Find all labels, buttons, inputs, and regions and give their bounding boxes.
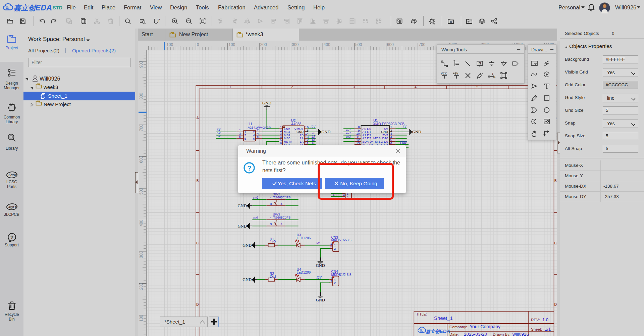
svg-text:12V: 12V (316, 276, 322, 279)
svg-text:1: 1 (270, 216, 272, 220)
svg-text:1/1: 1/1 (545, 327, 551, 332)
svg-text:4: 4 (281, 222, 282, 226)
svg-text:300: 300 (292, 42, 299, 47)
svg-text:6: 6 (257, 135, 259, 138)
svg-text:2: 2 (281, 216, 282, 220)
svg-text:TITLE:: TITLE: (416, 312, 427, 316)
svg-text:2: 2 (334, 247, 336, 250)
svg-text:400: 400 (139, 220, 144, 226)
svg-text:1.0: 1.0 (542, 317, 548, 322)
svg-text:Drawn By:: Drawn By: (493, 332, 511, 336)
svg-text:?: ? (10, 234, 13, 240)
svg-text:700: 700 (419, 42, 425, 47)
svg-text:600: 600 (139, 156, 144, 163)
svg-text:D: D (554, 302, 557, 306)
svg-text:A2541WV-2X3P: A2541WV-2X3P (248, 126, 271, 129)
svg-text:2: 2 (330, 279, 332, 283)
svg-text:Your Company: Your Company (470, 324, 500, 329)
svg-text:4: 4 (281, 202, 282, 206)
svg-text:LED1206: LED1206 (297, 236, 311, 240)
svg-text:1: 1 (270, 196, 272, 200)
svg-text:XIAO ESP32C3 PCB: XIAO ESP32C3 PCB (373, 122, 405, 126)
svg-text:1kΩ: 1kΩ (270, 240, 276, 244)
svg-text:Company:: Company: (449, 325, 467, 329)
svg-text:B: B (450, 20, 452, 23)
svg-text:3: 3 (270, 202, 272, 206)
svg-text:6: 6 (253, 137, 255, 140)
svg-text:A: A (196, 116, 199, 120)
svg-text:2: 2 (334, 281, 336, 285)
svg-text:3: 3 (353, 85, 355, 89)
svg-text:12V: 12V (310, 125, 316, 129)
svg-text:GND: GND (412, 130, 421, 134)
svg-text:A4988: A4988 (291, 122, 302, 126)
svg-text:Date:: Date: (449, 332, 459, 336)
svg-text:D: D (196, 302, 199, 306)
svg-text:REV:: REV: (531, 318, 540, 322)
svg-text:100: 100 (139, 315, 144, 322)
svg-text:200: 200 (139, 283, 144, 290)
svg-text:J@LC: J@LC (8, 205, 17, 209)
svg-text:1: 1 (492, 72, 493, 76)
svg-text:will0926: will0926 (512, 332, 529, 336)
svg-text:GND: GND (316, 298, 325, 302)
svg-text:2025-03-20: 2025-03-20 (464, 332, 487, 336)
svg-text:C: C (196, 241, 199, 245)
svg-text:2kΩ: 2kΩ (270, 275, 276, 278)
svg-text:?: ? (158, 18, 160, 22)
svg-text:GND: GND (243, 277, 252, 282)
svg-text:4: 4 (415, 85, 417, 89)
svg-text:5V: 5V (217, 135, 221, 138)
svg-text:2: 2 (330, 245, 332, 249)
svg-text:LCSC: LCSC (8, 173, 17, 177)
svg-text:sw3: sw3 (253, 216, 258, 220)
svg-text:N: N (479, 61, 481, 65)
svg-text:5: 5 (476, 85, 478, 89)
svg-text:STEP: STEP (400, 141, 407, 144)
svg-text:U1: U1 (373, 118, 378, 123)
svg-text:GND: GND (262, 101, 271, 105)
svg-text:5V: 5V (403, 125, 407, 129)
svg-text:嘉立创EDA: 嘉立创EDA (426, 328, 450, 334)
svg-text:GND: GND (316, 263, 325, 268)
svg-text:300: 300 (139, 251, 144, 258)
svg-text:800: 800 (139, 93, 144, 99)
svg-text:1: 1 (494, 75, 496, 79)
svg-text:3: 3 (270, 222, 272, 226)
svg-text:Sheet:: Sheet: (531, 327, 542, 331)
svg-text:GND: GND (238, 224, 247, 229)
svg-text:6: 6 (280, 141, 282, 145)
svg-text:1B: 1B (312, 141, 315, 145)
svg-text:600: 600 (387, 42, 394, 47)
svg-text:500: 500 (139, 188, 144, 195)
svg-text:B: B (196, 179, 199, 183)
svg-text:0: 0 (197, 42, 199, 47)
svg-text:500: 500 (355, 42, 362, 47)
svg-text:LED1206: LED1206 (297, 271, 311, 274)
svg-text:GND: GND (321, 130, 330, 134)
svg-text:200: 200 (260, 42, 267, 47)
svg-text:400: 400 (324, 42, 330, 47)
svg-text:sw2: sw2 (253, 196, 258, 199)
svg-text:sw3: sw3 (346, 135, 351, 138)
svg-text:5V: 5V (316, 241, 320, 245)
svg-text:5: 5 (239, 135, 241, 138)
svg-text:MKDS1/2-3.5: MKDS1/2-3.5 (331, 238, 352, 242)
svg-text:GND: GND (238, 203, 247, 208)
svg-text:?: ? (247, 164, 252, 172)
svg-text:-100: -100 (165, 42, 173, 47)
svg-text:5: 5 (245, 137, 246, 140)
svg-text:1: 1 (229, 85, 231, 89)
svg-text:+5V: +5V (453, 72, 458, 75)
svg-text:MKDS1/2-3.5: MKDS1/2-3.5 (331, 273, 352, 277)
svg-text:GND: GND (243, 243, 252, 248)
svg-text:Sheet_1: Sheet_1 (434, 315, 453, 321)
svg-text:2: 2 (281, 196, 282, 200)
svg-text:VCC: VCC (441, 72, 447, 75)
svg-text:C: C (554, 241, 557, 245)
svg-text:700: 700 (139, 125, 144, 131)
svg-text:B: B (554, 179, 557, 183)
svg-text:2: 2 (291, 85, 293, 89)
svg-text:100: 100 (228, 42, 235, 47)
svg-text:900: 900 (139, 61, 144, 68)
